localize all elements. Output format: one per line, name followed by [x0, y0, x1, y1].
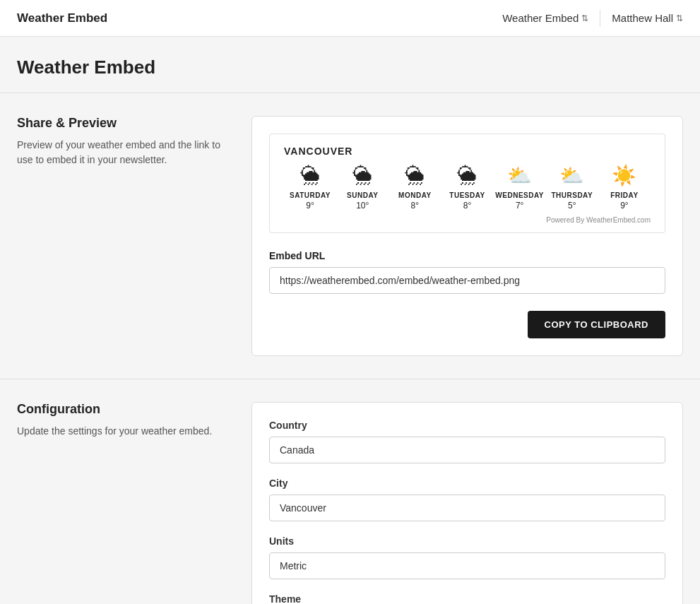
embed-url-label: Embed URL — [269, 250, 665, 261]
workspace-label: Weather Embed — [502, 12, 579, 24]
configuration-title: Configuration — [17, 402, 229, 417]
config-field-input[interactable] — [269, 552, 665, 579]
weather-day-label: TUESDAY — [449, 191, 485, 199]
weather-day-label: FRIDAY — [610, 191, 638, 199]
weather-day-label: MONDAY — [398, 191, 432, 199]
weather-day-icon: 🌦 — [457, 164, 477, 187]
configuration-desc: Update the settings for your weather emb… — [17, 424, 229, 439]
weather-day: 🌦 SATURDAY 9° — [284, 164, 336, 211]
weather-day-label: SATURDAY — [290, 191, 331, 199]
configuration-right: Country City Units Theme — [251, 402, 683, 604]
page-header: Weather Embed — [0, 37, 700, 93]
navbar-divider — [600, 10, 600, 27]
share-preview-left: Share & Preview Preview of your weather … — [17, 116, 229, 356]
workspace-chevron-icon: ⇅ — [581, 13, 588, 23]
weather-city: VANCOUVER — [284, 146, 651, 157]
user-chevron-icon: ⇅ — [676, 13, 683, 23]
weather-widget: VANCOUVER 🌦 SATURDAY 9° 🌦 SUNDAY 10° 🌦 M… — [269, 134, 665, 233]
weather-day-icon: ⛅ — [507, 164, 532, 187]
copy-btn-row: COPY TO CLIPBOARD — [269, 311, 665, 338]
share-preview-section: Share & Preview Preview of your weather … — [0, 93, 700, 379]
share-preview-title: Share & Preview — [17, 116, 229, 131]
config-field: Country — [269, 420, 665, 463]
weather-day-icon: 🌦 — [300, 164, 320, 187]
weather-day-icon: ⛅ — [559, 164, 584, 187]
user-label: Matthew Hall — [612, 12, 673, 24]
weather-powered-by: Powered By WeatherEmbed.com — [284, 216, 651, 224]
weather-day: ⛅ THURSDAY 5° — [546, 164, 598, 211]
config-field: Theme — [269, 593, 665, 604]
weather-day-icon: 🌦 — [352, 164, 372, 187]
config-field-label: City — [269, 478, 665, 489]
weather-day-temp: 9° — [306, 201, 314, 211]
weather-day: 🌦 TUESDAY 8° — [441, 164, 493, 211]
config-field: City — [269, 478, 665, 521]
weather-day-temp: 7° — [516, 201, 523, 211]
weather-day-temp: 8° — [463, 201, 471, 211]
weather-day-label: WEDNESDAY — [495, 191, 544, 199]
weather-day-temp: 10° — [356, 201, 369, 211]
weather-day-temp: 9° — [620, 201, 628, 211]
config-field-label: Country — [269, 420, 665, 431]
weather-day-label: SUNDAY — [347, 191, 378, 199]
embed-url-input[interactable] — [269, 267, 665, 294]
configuration-section: Configuration Update the settings for yo… — [0, 379, 700, 604]
navbar-right: Weather Embed ⇅ Matthew Hall ⇅ — [502, 10, 683, 27]
page-title: Weather Embed — [17, 57, 683, 78]
configuration-left: Configuration Update the settings for yo… — [17, 402, 229, 604]
config-field-label: Units — [269, 535, 665, 547]
navbar: Weather Embed Weather Embed ⇅ Matthew Ha… — [0, 0, 700, 37]
weather-days: 🌦 SATURDAY 9° 🌦 SUNDAY 10° 🌦 MONDAY 8° 🌦… — [284, 164, 651, 211]
weather-day-temp: 5° — [568, 201, 576, 211]
config-field-input[interactable] — [269, 495, 665, 521]
workspace-selector[interactable]: Weather Embed ⇅ — [502, 12, 588, 24]
weather-day: 🌦 MONDAY 8° — [388, 164, 441, 211]
weather-day: 🌦 SUNDAY 10° — [336, 164, 388, 211]
navbar-app-name: Weather Embed — [17, 11, 107, 25]
weather-day-icon: 🌦 — [405, 164, 425, 187]
weather-day-temp: 8° — [411, 201, 419, 211]
user-selector[interactable]: Matthew Hall ⇅ — [612, 12, 683, 24]
copy-to-clipboard-button[interactable]: COPY TO CLIPBOARD — [528, 311, 665, 338]
weather-day-label: THURSDAY — [551, 191, 593, 199]
config-field-label: Theme — [269, 593, 665, 604]
config-field-input[interactable] — [269, 437, 665, 463]
config-field: Units — [269, 535, 665, 579]
weather-day: ☀️ FRIDAY 9° — [598, 164, 651, 211]
weather-day-icon: ☀️ — [612, 164, 636, 187]
share-preview-desc: Preview of your weather embed and the li… — [17, 138, 229, 167]
share-preview-right: VANCOUVER 🌦 SATURDAY 9° 🌦 SUNDAY 10° 🌦 M… — [251, 116, 683, 356]
weather-day: ⛅ WEDNESDAY 7° — [494, 164, 546, 211]
